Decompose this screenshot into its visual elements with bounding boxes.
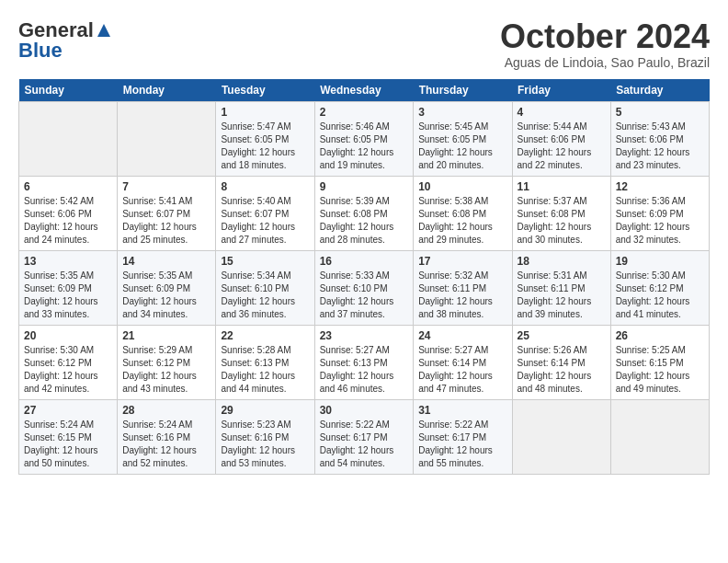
day-info: Sunrise: 5:26 AM Sunset: 6:14 PM Dayligh… (518, 344, 606, 396)
day-info: Sunrise: 5:30 AM Sunset: 6:12 PM Dayligh… (616, 270, 704, 321)
day-info: Sunrise: 5:36 AM Sunset: 6:09 PM Dayligh… (616, 195, 704, 247)
day-number: 10 (418, 180, 506, 193)
day-info: Sunrise: 5:28 AM Sunset: 6:13 PM Dayligh… (221, 344, 309, 396)
day-number: 9 (320, 180, 409, 193)
day-number: 11 (518, 180, 606, 193)
header-saturday: Saturday (610, 79, 709, 102)
day-number: 25 (518, 329, 606, 342)
day-info: Sunrise: 5:22 AM Sunset: 6:17 PM Dayligh… (418, 419, 506, 470)
day-number: 29 (221, 404, 309, 417)
calendar-cell: 24Sunrise: 5:27 AM Sunset: 6:14 PM Dayli… (414, 325, 512, 399)
day-number: 21 (122, 329, 210, 342)
calendar-cell: 4Sunrise: 5:44 AM Sunset: 6:06 PM Daylig… (512, 101, 610, 176)
calendar-cell: 20Sunrise: 5:30 AM Sunset: 6:12 PM Dayli… (19, 325, 118, 399)
day-number: 7 (122, 180, 210, 193)
calendar-cell: 13Sunrise: 5:35 AM Sunset: 6:09 PM Dayli… (19, 250, 118, 325)
week-row-3: 20Sunrise: 5:30 AM Sunset: 6:12 PM Dayli… (19, 325, 710, 399)
week-row-4: 27Sunrise: 5:24 AM Sunset: 6:15 PM Dayli… (19, 399, 710, 474)
calendar-cell: 1Sunrise: 5:47 AM Sunset: 6:05 PM Daylig… (216, 101, 314, 176)
calendar-body: 1Sunrise: 5:47 AM Sunset: 6:05 PM Daylig… (19, 101, 710, 474)
day-number: 6 (24, 180, 112, 193)
day-info: Sunrise: 5:45 AM Sunset: 6:05 PM Dayligh… (418, 121, 506, 172)
calendar-cell: 5Sunrise: 5:43 AM Sunset: 6:06 PM Daylig… (610, 101, 709, 176)
day-number: 1 (221, 106, 309, 119)
calendar-cell: 3Sunrise: 5:45 AM Sunset: 6:05 PM Daylig… (414, 101, 512, 176)
day-info: Sunrise: 5:44 AM Sunset: 6:06 PM Dayligh… (518, 121, 606, 172)
calendar-cell: 28Sunrise: 5:24 AM Sunset: 6:16 PM Dayli… (118, 399, 216, 474)
header-friday: Friday (512, 79, 610, 102)
calendar-table: SundayMondayTuesdayWednesdayThursdayFrid… (18, 79, 710, 475)
day-info: Sunrise: 5:42 AM Sunset: 6:06 PM Dayligh… (24, 195, 112, 247)
day-info: Sunrise: 5:41 AM Sunset: 6:07 PM Dayligh… (122, 195, 210, 247)
day-number: 13 (24, 255, 112, 268)
day-number: 14 (122, 255, 210, 268)
calendar-cell: 12Sunrise: 5:36 AM Sunset: 6:09 PM Dayli… (610, 176, 709, 250)
calendar-cell: 26Sunrise: 5:25 AM Sunset: 6:15 PM Dayli… (610, 325, 709, 399)
day-info: Sunrise: 5:37 AM Sunset: 6:08 PM Dayligh… (518, 195, 606, 247)
calendar-cell: 17Sunrise: 5:32 AM Sunset: 6:11 PM Dayli… (414, 250, 512, 325)
day-info: Sunrise: 5:25 AM Sunset: 6:15 PM Dayligh… (616, 344, 704, 396)
month-title: October 2024 (500, 18, 710, 55)
day-info: Sunrise: 5:32 AM Sunset: 6:11 PM Dayligh… (418, 270, 506, 321)
day-info: Sunrise: 5:40 AM Sunset: 6:07 PM Dayligh… (221, 195, 309, 247)
day-number: 2 (320, 106, 409, 119)
calendar-cell (610, 399, 709, 474)
day-number: 20 (24, 329, 112, 342)
svg-marker-0 (97, 24, 110, 37)
calendar-cell: 14Sunrise: 5:35 AM Sunset: 6:09 PM Dayli… (118, 250, 216, 325)
day-info: Sunrise: 5:30 AM Sunset: 6:12 PM Dayligh… (24, 344, 112, 396)
day-number: 27 (24, 404, 112, 417)
page-header: General Blue October 2024 Aguas de Lindo… (18, 18, 710, 70)
day-info: Sunrise: 5:22 AM Sunset: 6:17 PM Dayligh… (320, 419, 409, 470)
calendar-cell: 15Sunrise: 5:34 AM Sunset: 6:10 PM Dayli… (216, 250, 314, 325)
day-number: 16 (320, 255, 409, 268)
day-number: 26 (616, 329, 704, 342)
day-info: Sunrise: 5:39 AM Sunset: 6:08 PM Dayligh… (320, 195, 409, 247)
day-info: Sunrise: 5:33 AM Sunset: 6:10 PM Dayligh… (320, 270, 409, 321)
day-number: 8 (221, 180, 309, 193)
week-row-0: 1Sunrise: 5:47 AM Sunset: 6:05 PM Daylig… (19, 101, 710, 176)
logo-icon (96, 22, 112, 39)
day-number: 30 (320, 404, 409, 417)
day-info: Sunrise: 5:29 AM Sunset: 6:12 PM Dayligh… (122, 344, 210, 396)
calendar-cell: 11Sunrise: 5:37 AM Sunset: 6:08 PM Dayli… (512, 176, 610, 250)
calendar-cell: 23Sunrise: 5:27 AM Sunset: 6:13 PM Dayli… (314, 325, 414, 399)
calendar-cell: 18Sunrise: 5:31 AM Sunset: 6:11 PM Dayli… (512, 250, 610, 325)
header-thursday: Thursday (414, 79, 512, 102)
day-info: Sunrise: 5:43 AM Sunset: 6:06 PM Dayligh… (616, 121, 704, 172)
day-number: 23 (320, 329, 409, 342)
header-row: SundayMondayTuesdayWednesdayThursdayFrid… (19, 79, 710, 102)
day-number: 3 (418, 106, 506, 119)
day-number: 22 (221, 329, 309, 342)
day-info: Sunrise: 5:31 AM Sunset: 6:11 PM Dayligh… (518, 270, 606, 321)
calendar-cell: 6Sunrise: 5:42 AM Sunset: 6:06 PM Daylig… (19, 176, 118, 250)
day-number: 19 (616, 255, 704, 268)
header-sunday: Sunday (19, 79, 118, 102)
calendar-cell: 7Sunrise: 5:41 AM Sunset: 6:07 PM Daylig… (118, 176, 216, 250)
calendar-cell (118, 101, 216, 176)
calendar-cell: 31Sunrise: 5:22 AM Sunset: 6:17 PM Dayli… (414, 399, 512, 474)
calendar-header: SundayMondayTuesdayWednesdayThursdayFrid… (19, 79, 710, 102)
calendar-cell: 10Sunrise: 5:38 AM Sunset: 6:08 PM Dayli… (414, 176, 512, 250)
calendar-cell: 30Sunrise: 5:22 AM Sunset: 6:17 PM Dayli… (314, 399, 414, 474)
day-number: 15 (221, 255, 309, 268)
calendar-cell: 16Sunrise: 5:33 AM Sunset: 6:10 PM Dayli… (314, 250, 414, 325)
calendar-cell: 21Sunrise: 5:29 AM Sunset: 6:12 PM Dayli… (118, 325, 216, 399)
day-number: 31 (418, 404, 506, 417)
calendar-cell: 22Sunrise: 5:28 AM Sunset: 6:13 PM Dayli… (216, 325, 314, 399)
header-wednesday: Wednesday (314, 79, 414, 102)
calendar-cell: 19Sunrise: 5:30 AM Sunset: 6:12 PM Dayli… (610, 250, 709, 325)
header-tuesday: Tuesday (216, 79, 314, 102)
day-info: Sunrise: 5:34 AM Sunset: 6:10 PM Dayligh… (221, 270, 309, 321)
logo: General Blue (18, 18, 112, 63)
title-section: October 2024 Aguas de Lindoia, Sao Paulo… (500, 18, 710, 70)
day-info: Sunrise: 5:35 AM Sunset: 6:09 PM Dayligh… (24, 270, 112, 321)
header-monday: Monday (118, 79, 216, 102)
calendar-cell: 8Sunrise: 5:40 AM Sunset: 6:07 PM Daylig… (216, 176, 314, 250)
day-info: Sunrise: 5:24 AM Sunset: 6:16 PM Dayligh… (122, 419, 210, 470)
calendar-cell: 27Sunrise: 5:24 AM Sunset: 6:15 PM Dayli… (19, 399, 118, 474)
day-info: Sunrise: 5:27 AM Sunset: 6:13 PM Dayligh… (320, 344, 409, 396)
day-info: Sunrise: 5:35 AM Sunset: 6:09 PM Dayligh… (122, 270, 210, 321)
day-number: 4 (518, 106, 606, 119)
day-number: 17 (418, 255, 506, 268)
